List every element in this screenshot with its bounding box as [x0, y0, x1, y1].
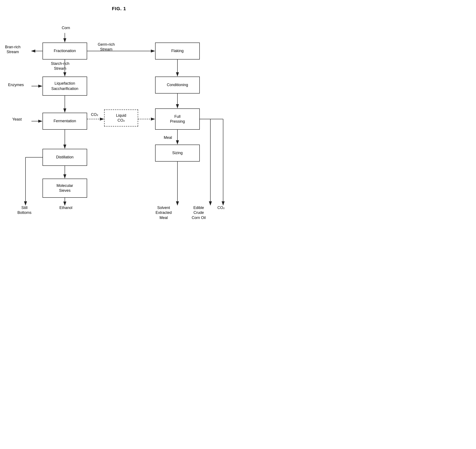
label-yeast: Yeast	[6, 117, 28, 122]
figure-title: FIG. 1	[0, 0, 238, 12]
label-bran-rich: Bran-richStream	[0, 45, 25, 55]
label-co2: CO₂	[88, 112, 101, 117]
box-flaking: Flaking	[155, 42, 200, 59]
label-enzymes: Enzymes	[4, 82, 28, 87]
diagram: Fractionation Flaking LiquefactionSaccha…	[0, 15, 238, 223]
label-meal: Meal	[160, 135, 175, 140]
label-solvent-extracted: SolventExtractedMeal	[149, 205, 179, 220]
page: FIG. 1	[0, 0, 238, 224]
box-fermentation: Fermentation	[43, 113, 87, 130]
label-still-bottoms: StillBottoms	[13, 205, 36, 215]
label-co2-out: CO₂	[215, 205, 227, 210]
box-distillation: Distillation	[43, 149, 87, 166]
box-sizing: Sizing	[155, 144, 200, 161]
label-starch-rich: Starch-richStream	[46, 61, 74, 71]
box-liquefaction: LiquefactionSaccharification	[43, 76, 87, 96]
box-molecular-sieves: MolecularSieves	[43, 178, 87, 198]
box-full-pressing: FullPressing	[155, 109, 200, 130]
label-germ-rich: Germ-richStream	[92, 42, 120, 52]
label-corn: Corn	[57, 25, 74, 30]
box-fractionation: Fractionation	[43, 42, 87, 59]
label-edible-crude: EdibleCrudeCorn Oil	[185, 205, 213, 220]
box-liquid-co2: LiquidCO₂	[104, 109, 138, 127]
box-conditioning: Conditioning	[155, 76, 200, 93]
label-ethanol: Ethanol	[55, 205, 77, 210]
